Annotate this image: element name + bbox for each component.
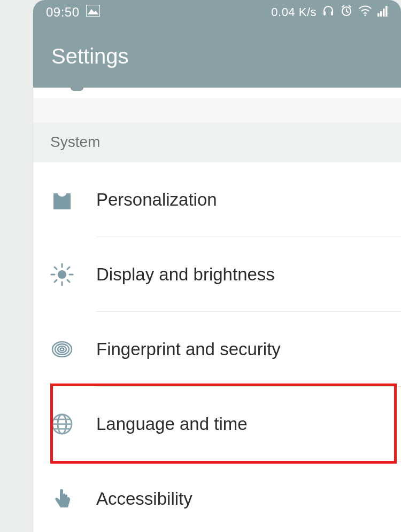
headphones-icon [322, 4, 335, 20]
settings-list: Personalization Display and brightness F… [33, 162, 401, 532]
status-time: 09:50 [46, 5, 80, 20]
settings-screen: 09:50 0.04 K/s Settings [33, 0, 401, 532]
svg-rect-3 [331, 11, 333, 15]
status-left: 09:50 [46, 5, 100, 20]
svg-marker-1 [88, 9, 98, 14]
globe-icon [47, 412, 77, 436]
svg-rect-6 [377, 13, 380, 17]
svg-point-21 [58, 346, 66, 353]
settings-item-display[interactable]: Display and brightness [33, 237, 401, 312]
svg-rect-0 [86, 5, 100, 17]
svg-rect-9 [385, 6, 388, 17]
signal-icon [377, 5, 388, 20]
section-title: System [50, 134, 100, 150]
settings-item-label: Display and brightness [96, 264, 275, 285]
settings-item-accessibility[interactable]: Accessibility [33, 461, 401, 532]
settings-item-label: Fingerprint and security [96, 339, 281, 359]
svg-point-5 [364, 14, 366, 16]
hand-tap-icon [47, 487, 77, 511]
fingerprint-icon [47, 338, 77, 361]
app-bar: Settings [33, 25, 401, 88]
status-bar: 09:50 0.04 K/s [33, 0, 401, 25]
svg-line-17 [55, 280, 57, 282]
brightness-icon [47, 262, 77, 287]
settings-item-language-time[interactable]: Language and time [33, 387, 401, 461]
status-right: 0.04 K/s [271, 4, 388, 20]
svg-rect-8 [383, 9, 385, 17]
svg-rect-2 [323, 11, 326, 15]
spacer [33, 98, 401, 123]
svg-point-22 [60, 348, 64, 351]
alarm-icon [340, 4, 353, 20]
settings-item-fingerprint[interactable]: Fingerprint and security [33, 312, 401, 387]
tab-strip [33, 88, 401, 98]
settings-item-label: Language and time [96, 414, 248, 434]
settings-item-label: Accessibility [96, 489, 192, 509]
svg-line-18 [67, 267, 70, 269]
svg-line-16 [67, 280, 70, 282]
wifi-icon [358, 5, 372, 20]
settings-item-label: Personalization [96, 190, 217, 210]
section-header-system: System [33, 123, 401, 162]
svg-rect-7 [380, 11, 382, 17]
tab-indicator [71, 84, 83, 91]
gallery-icon [86, 5, 100, 20]
page-title: Settings [51, 44, 129, 68]
settings-item-personalization[interactable]: Personalization [33, 162, 401, 237]
svg-point-10 [58, 270, 66, 279]
svg-line-15 [55, 267, 57, 269]
status-data-rate: 0.04 K/s [271, 5, 317, 19]
shirt-icon [47, 188, 77, 212]
